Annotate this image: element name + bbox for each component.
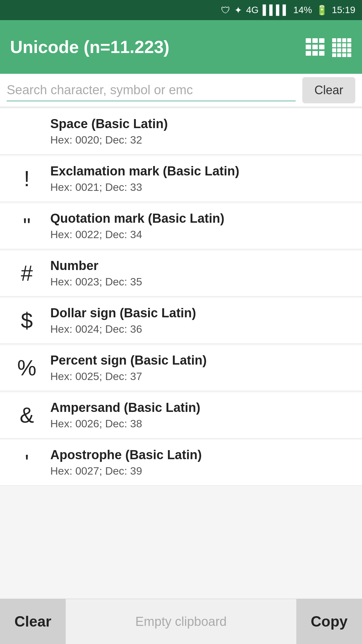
char-info: Ampersand (Basic Latin)Hex: 0026; Dec: 3… bbox=[50, 400, 352, 430]
char-name: Space (Basic Latin) bbox=[50, 117, 352, 131]
list-item[interactable]: 'Apostrophe (Basic Latin)Hex: 0027; Dec:… bbox=[0, 440, 362, 486]
copy-button[interactable]: Copy bbox=[296, 599, 362, 644]
char-hex: Hex: 0022; Dec: 34 bbox=[50, 228, 352, 241]
char-hex: Hex: 0023; Dec: 35 bbox=[50, 276, 352, 288]
char-info: Quotation mark (Basic Latin)Hex: 0022; D… bbox=[50, 211, 352, 241]
list-item[interactable]: $Dollar sign (Basic Latin)Hex: 0024; Dec… bbox=[0, 298, 362, 344]
battery-icon: 🔋 bbox=[316, 5, 328, 16]
char-info: NumberHex: 0023; Dec: 35 bbox=[50, 259, 352, 288]
dense-grid-icon[interactable] bbox=[332, 37, 352, 57]
char-name: Ampersand (Basic Latin) bbox=[50, 400, 352, 415]
svg-rect-24 bbox=[347, 53, 351, 57]
svg-rect-11 bbox=[342, 38, 346, 42]
svg-rect-20 bbox=[347, 48, 351, 52]
4g-icon: 4G bbox=[246, 5, 258, 15]
battery-shield-icon: 🛡 bbox=[221, 5, 230, 16]
char-symbol: % bbox=[10, 356, 44, 380]
signal-icon: ▌▌▌▌ bbox=[263, 5, 289, 15]
status-icons: 🛡 ✦ 4G ▌▌▌▌ 14% 🔋 15:19 bbox=[221, 5, 355, 16]
search-bar: Clear bbox=[0, 74, 362, 107]
svg-rect-15 bbox=[342, 43, 346, 47]
char-info: Dollar sign (Basic Latin)Hex: 0024; Dec:… bbox=[50, 306, 352, 335]
svg-rect-12 bbox=[347, 38, 351, 42]
list-item[interactable]: #NumberHex: 0023; Dec: 35 bbox=[0, 251, 362, 297]
char-symbol: $ bbox=[10, 308, 44, 333]
svg-rect-22 bbox=[337, 53, 341, 57]
svg-rect-5 bbox=[319, 45, 324, 49]
char-name: Dollar sign (Basic Latin) bbox=[50, 306, 352, 320]
svg-rect-6 bbox=[306, 51, 311, 56]
list-item[interactable]: &Ampersand (Basic Latin)Hex: 0026; Dec: … bbox=[0, 392, 362, 438]
bluetooth-icon: ✦ bbox=[234, 5, 242, 16]
svg-rect-21 bbox=[332, 53, 336, 57]
battery-percent: 14% bbox=[293, 5, 312, 15]
char-symbol: # bbox=[10, 261, 44, 286]
svg-rect-2 bbox=[319, 38, 324, 43]
svg-rect-10 bbox=[337, 38, 341, 42]
char-name: Quotation mark (Basic Latin) bbox=[50, 211, 352, 226]
bottom-bar: Clear Empty clipboard Copy bbox=[0, 599, 362, 644]
char-hex: Hex: 0025; Dec: 37 bbox=[50, 370, 352, 383]
char-name: Number bbox=[50, 259, 352, 273]
svg-rect-14 bbox=[337, 43, 341, 47]
app-title: Unicode (n=11.223) bbox=[10, 37, 169, 57]
search-input[interactable] bbox=[7, 79, 296, 101]
status-bar: 🛡 ✦ 4G ▌▌▌▌ 14% 🔋 15:19 bbox=[0, 0, 362, 20]
svg-rect-4 bbox=[312, 45, 318, 49]
svg-rect-19 bbox=[342, 48, 346, 52]
clock: 15:19 bbox=[332, 5, 355, 15]
svg-rect-13 bbox=[332, 43, 336, 47]
char-info: Exclamation mark (Basic Latin)Hex: 0021;… bbox=[50, 164, 352, 194]
svg-rect-17 bbox=[332, 48, 336, 52]
char-hex: Hex: 0027; Dec: 39 bbox=[50, 465, 352, 477]
char-name: Apostrophe (Basic Latin) bbox=[50, 448, 352, 462]
character-list: Space (Basic Latin)Hex: 0020; Dec: 32!Ex… bbox=[0, 107, 362, 599]
list-item[interactable]: "Quotation mark (Basic Latin)Hex: 0022; … bbox=[0, 203, 362, 249]
list-item[interactable]: Space (Basic Latin)Hex: 0020; Dec: 32 bbox=[0, 109, 362, 155]
svg-rect-8 bbox=[319, 51, 324, 56]
char-symbol: ' bbox=[10, 450, 44, 475]
char-hex: Hex: 0026; Dec: 38 bbox=[50, 418, 352, 430]
list-item[interactable]: %Percent sign (Basic Latin)Hex: 0025; De… bbox=[0, 345, 362, 391]
char-info: Space (Basic Latin)Hex: 0020; Dec: 32 bbox=[50, 117, 352, 146]
header-icons bbox=[305, 37, 352, 57]
char-symbol: " bbox=[10, 214, 44, 238]
svg-rect-1 bbox=[312, 38, 318, 43]
char-hex: Hex: 0021; Dec: 33 bbox=[50, 181, 352, 194]
svg-rect-7 bbox=[312, 51, 318, 56]
char-info: Percent sign (Basic Latin)Hex: 0025; Dec… bbox=[50, 353, 352, 383]
svg-rect-23 bbox=[342, 53, 346, 57]
svg-rect-0 bbox=[306, 38, 311, 43]
char-hex: Hex: 0024; Dec: 36 bbox=[50, 323, 352, 335]
char-info: Apostrophe (Basic Latin)Hex: 0027; Dec: … bbox=[50, 448, 352, 477]
clear-clipboard-button[interactable]: Clear bbox=[0, 599, 66, 644]
char-name: Percent sign (Basic Latin) bbox=[50, 353, 352, 368]
char-symbol: & bbox=[10, 403, 44, 428]
svg-rect-3 bbox=[306, 45, 311, 49]
svg-rect-18 bbox=[337, 48, 341, 52]
clear-search-button[interactable]: Clear bbox=[302, 77, 355, 103]
svg-rect-16 bbox=[347, 43, 351, 47]
list-grid-icon[interactable] bbox=[305, 37, 325, 57]
char-symbol: ! bbox=[10, 166, 44, 191]
app-header: Unicode (n=11.223) bbox=[0, 20, 362, 74]
char-hex: Hex: 0020; Dec: 32 bbox=[50, 134, 352, 146]
list-item[interactable]: !Exclamation mark (Basic Latin)Hex: 0021… bbox=[0, 156, 362, 202]
clipboard-text: Empty clipboard bbox=[66, 614, 296, 629]
svg-rect-9 bbox=[332, 38, 336, 42]
char-name: Exclamation mark (Basic Latin) bbox=[50, 164, 352, 178]
